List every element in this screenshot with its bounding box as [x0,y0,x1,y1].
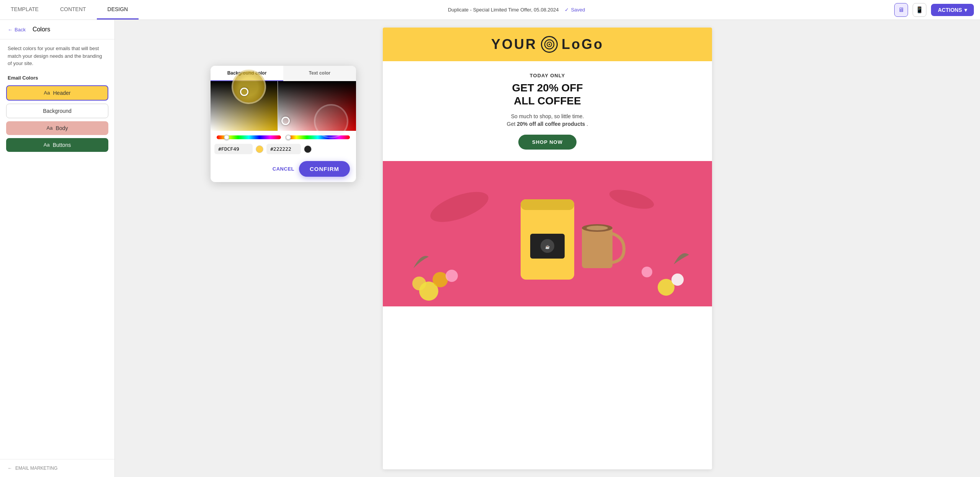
doc-title: Duplicate - Special Limited Time Offer, … [448,7,559,13]
svg-point-20 [642,267,652,277]
tab-content[interactable]: CONTENT [49,0,97,20]
body-label: Body [56,125,68,131]
nav-right: 🖥 📱 ACTIONS ▾ [894,3,980,17]
logo-logo: LoGo [562,36,604,52]
headline-line2: ALL COFFEE [406,94,689,107]
background-label: Background [43,108,72,114]
sidebar-description: Select colors for your emails that will … [0,39,114,71]
tab-template[interactable]: TEMPLATE [0,0,49,20]
email-colors-label: Email Colors [0,71,114,84]
sidebar-title: Colors [33,26,50,33]
bg-hue-wrap [214,134,283,141]
picker-actions: CANCEL CONFIRM [211,158,356,182]
nav-center: Duplicate - Special Limited Time Offer, … [139,7,894,13]
body-text-bold: 20% off all coffee products [517,121,585,127]
bg-cursor[interactable] [240,88,248,96]
picker-header: Background color Text color [211,66,356,81]
body-prefix: Aa [47,125,53,131]
picker-gradients [211,81,356,131]
top-nav: TEMPLATE CONTENT DESIGN Duplicate - Spec… [0,0,980,20]
buttons-prefix: Aa [44,142,50,148]
email-body: TODAY ONLY GET 20% OFF ALL COFFEE So muc… [383,61,712,161]
email-header: YOUR LoGo [383,28,712,61]
sidebar-header: ← Back Colors [0,20,114,39]
sub-text-2: Get 20% off all coffee products . [406,121,689,127]
text-hue-slider[interactable] [286,135,350,139]
back-link[interactable]: ← Back [8,27,26,33]
shop-now-button[interactable]: SHOP NOW [518,135,577,150]
magnifier-bg [232,70,266,104]
confirm-button[interactable]: CONFIRM [299,161,350,177]
mobile-view-button[interactable]: 📱 [913,3,926,17]
text-hex-input[interactable] [266,144,301,154]
text-color-dot [304,145,312,153]
product-image: ☕ [383,161,712,306]
buttons-label: Buttons [53,142,71,148]
color-picker-panel: Background color Text color [211,66,356,182]
body-color-row[interactable]: Aa Body [6,121,108,135]
back-label: Back [15,27,26,33]
background-color-row[interactable]: Background [6,104,108,118]
actions-label: ACTIONS [938,7,962,13]
product-scene-svg: ☕ [383,161,712,306]
svg-rect-11 [582,226,612,268]
chevron-down-icon: ▾ [964,7,967,13]
nav-tabs: TEMPLATE CONTENT DESIGN [0,0,139,20]
text-hue-wrap [283,134,352,141]
arrow-left-icon: ← [8,27,13,33]
bg-gradient-picker[interactable] [211,81,278,131]
saved-label: Saved [571,7,585,13]
picker-inputs [211,142,356,158]
svg-point-2 [549,44,550,45]
desktop-view-button[interactable]: 🖥 [894,3,908,17]
arrow-left-footer-icon: ← [8,466,12,471]
buttons-color-row[interactable]: Aa Buttons [6,138,108,152]
color-picker-overlay: Background color Text color [211,66,356,182]
sub-text-1: So much to shop, so little time. [406,113,689,119]
sidebar-footer: ← EMAIL MARKETING [0,459,114,477]
sidebar: ← Back Colors Select colors for your ema… [0,20,115,477]
today-only-label: TODAY ONLY [406,73,689,78]
svg-point-19 [446,270,458,282]
email-marketing-label: EMAIL MARKETING [15,466,57,471]
magnifier-text [314,104,348,138]
header-color-row[interactable]: Aa Header [6,85,108,101]
email-preview: YOUR LoGo TODAY ONLY GET 20% OFF [383,28,712,469]
logo-your: YOUR [491,36,537,52]
bg-hex-input[interactable] [214,144,253,154]
main-layout: ← Back Colors Select colors for your ema… [0,20,980,477]
checkmark-icon: ✓ [565,7,569,13]
header-prefix: Aa [44,90,50,96]
text-cursor[interactable] [281,117,290,125]
logo-area: YOUR LoGo [491,36,604,53]
canvas-area: Background color Text color [115,20,980,477]
svg-point-16 [433,272,448,287]
header-label: Header [53,90,70,96]
bg-color-dot [256,145,263,153]
svg-point-18 [671,274,684,286]
body-text-end: . [586,121,588,127]
tab-design[interactable]: DESIGN [97,0,139,20]
svg-text:☕: ☕ [545,244,550,249]
body-text-get: Get [507,121,516,127]
picker-tab-text[interactable]: Text color [283,66,356,81]
text-gradient-picker[interactable] [278,81,356,131]
svg-point-13 [586,226,608,230]
bg-hue-slider[interactable] [217,135,281,139]
saved-badge: ✓ Saved [565,7,585,13]
logo-icon [541,36,558,53]
svg-rect-7 [521,199,574,210]
headline: GET 20% OFF ALL COFFEE [406,81,689,107]
svg-point-15 [412,277,426,290]
headline-line1: GET 20% OFF [406,81,689,94]
actions-button[interactable]: ACTIONS ▾ [931,4,974,16]
cancel-button[interactable]: CANCEL [273,166,294,172]
